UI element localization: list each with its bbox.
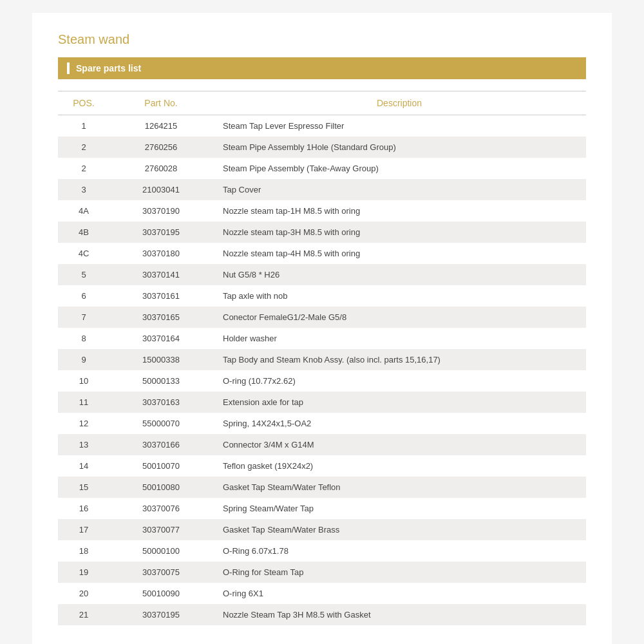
table-row: 4B30370195Nozzle steam tap-3H M8.5 with … [58,222,586,243]
cell-part: 30370166 [109,434,213,455]
table-row: 1450010070Teflon gasket (19X24x2) [58,455,586,477]
cell-pos: 11 [58,392,109,413]
cell-pos: 6 [58,285,109,307]
cell-pos: 10 [58,370,109,392]
col-header-desc: Description [213,91,586,115]
cell-part: 30370164 [109,328,213,349]
cell-part: 2760256 [109,137,213,158]
cell-desc: Gasket Tap Steam/Water Brass [213,519,586,540]
cell-pos: 7 [58,307,109,328]
cell-pos: 18 [58,540,109,562]
table-row: 4C30370180Nozzle steam tap-4H M8.5 with … [58,243,586,264]
table-row: 1630370076Spring Steam/Water Tap [58,498,586,519]
table-row: 22760256Steam Pipe Assembly 1Hole (Stand… [58,137,586,158]
cell-desc: Steam Pipe Assembly 1Hole (Standard Grou… [213,137,586,158]
cell-pos: 15 [58,477,109,498]
cell-pos: 5 [58,264,109,285]
table-row: 1255000070Spring, 14X24x1,5-OA2 [58,413,586,434]
cell-desc: O-ring 6X1 [213,583,586,604]
cell-desc: Connector 3/4M x G14M [213,434,586,455]
cell-part: 50010070 [109,455,213,477]
cell-desc: Tap axle with nob [213,285,586,307]
cell-part: 2760028 [109,158,213,179]
section-label: Spare parts list [76,63,141,73]
cell-desc: Steam Pipe Assembly (Take-Away Group) [213,158,586,179]
cell-desc: Nozzle steam tap-3H M8.5 with oring [213,222,586,243]
table-row: 22760028Steam Pipe Assembly (Take-Away G… [58,158,586,179]
cell-desc: O-ring (10.77x2.62) [213,370,586,392]
cell-part: 30370165 [109,307,213,328]
table-row: 2050010090O-ring 6X1 [58,583,586,604]
cell-part: 30370163 [109,392,213,413]
cell-desc: Spring Steam/Water Tap [213,498,586,519]
cell-desc: Nozzle steam tap-1H M8.5 with oring [213,200,586,222]
cell-part: 55000070 [109,413,213,434]
table-row: 1050000133O-ring (10.77x2.62) [58,370,586,392]
cell-pos: 13 [58,434,109,455]
cell-pos: 14 [58,455,109,477]
parts-table: POS. Part No. Description 11264215Steam … [58,91,586,625]
table-row: 2130370195Nozzle Steam Tap 3H M8.5 with … [58,604,586,625]
table-row: 1930370075O-Ring for Steam Tap [58,562,586,583]
cell-desc: Nut G5/8 * H26 [213,264,586,285]
table-row: 915000338Tap Body and Steam Knob Assy. (… [58,349,586,370]
cell-part: 15000338 [109,349,213,370]
cell-desc: O-Ring for Steam Tap [213,562,586,583]
cell-part: 50000133 [109,370,213,392]
table-row: 1550010080Gasket Tap Steam/Water Teflon [58,477,586,498]
cell-pos: 8 [58,328,109,349]
cell-pos: 19 [58,562,109,583]
cell-desc: Extension axle for tap [213,392,586,413]
table-row: 1330370166Connector 3/4M x G14M [58,434,586,455]
table-row: 1850000100O-Ring 6.07x1.78 [58,540,586,562]
cell-pos: 12 [58,413,109,434]
cell-desc: Steam Tap Lever Espresso Filter [213,115,586,137]
cell-part: 50000100 [109,540,213,562]
table-row: 1730370077Gasket Tap Steam/Water Brass [58,519,586,540]
col-header-pos: POS. [58,91,109,115]
cell-desc: Nozzle steam tap-4H M8.5 with oring [213,243,586,264]
cell-part: 30370161 [109,285,213,307]
cell-pos: 4A [58,200,109,222]
cell-pos: 21 [58,604,109,625]
cell-part: 30370195 [109,222,213,243]
cell-desc: Tap Body and Steam Knob Assy. (also incl… [213,349,586,370]
cell-part: 1264215 [109,115,213,137]
table-header-row: POS. Part No. Description [58,91,586,115]
cell-pos: 3 [58,179,109,200]
table-row: 730370165Conector FemaleG1/2-Male G5/8 [58,307,586,328]
table-row: 321003041Tap Cover [58,179,586,200]
cell-part: 50010080 [109,477,213,498]
cell-pos: 4B [58,222,109,243]
table-row: 830370164Holder washer [58,328,586,349]
cell-pos: 9 [58,349,109,370]
col-header-part: Part No. [109,91,213,115]
cell-pos: 2 [58,137,109,158]
cell-desc: Holder washer [213,328,586,349]
cell-desc: Conector FemaleG1/2-Male G5/8 [213,307,586,328]
page-container: Steam wand Spare parts list POS. Part No… [32,13,612,644]
section-header: Spare parts list [58,57,586,79]
cell-desc: O-Ring 6.07x1.78 [213,540,586,562]
cell-desc: Teflon gasket (19X24x2) [213,455,586,477]
cell-part: 30370077 [109,519,213,540]
cell-part: 30370190 [109,200,213,222]
table-row: 630370161Tap axle with nob [58,285,586,307]
cell-pos: 1 [58,115,109,137]
cell-desc: Spring, 14X24x1,5-OA2 [213,413,586,434]
cell-part: 30370141 [109,264,213,285]
page-title: Steam wand [58,32,586,47]
cell-part: 50010090 [109,583,213,604]
table-row: 1130370163Extension axle for tap [58,392,586,413]
cell-part: 30370076 [109,498,213,519]
cell-pos: 16 [58,498,109,519]
table-row: 530370141Nut G5/8 * H26 [58,264,586,285]
table-row: 11264215Steam Tap Lever Espresso Filter [58,115,586,137]
cell-part: 30370180 [109,243,213,264]
cell-desc: Gasket Tap Steam/Water Teflon [213,477,586,498]
cell-pos: 2 [58,158,109,179]
cell-pos: 4C [58,243,109,264]
cell-desc: Tap Cover [213,179,586,200]
cell-pos: 17 [58,519,109,540]
table-row: 4A30370190Nozzle steam tap-1H M8.5 with … [58,200,586,222]
